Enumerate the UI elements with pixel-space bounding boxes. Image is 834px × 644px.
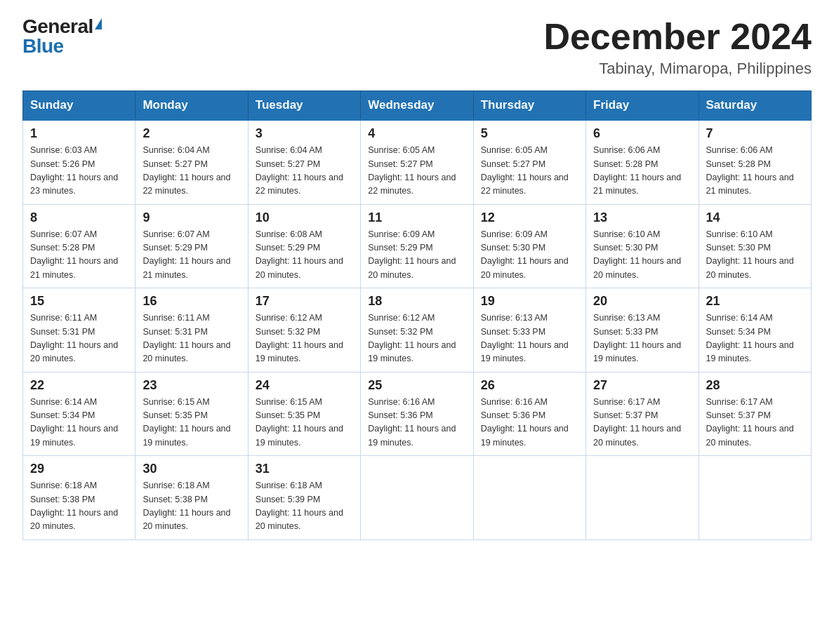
logo-blue: Blue	[22, 35, 64, 57]
calendar-cell: 12Sunrise: 6:09 AMSunset: 5:30 PMDayligh…	[473, 204, 585, 288]
day-number: 12	[481, 210, 578, 225]
calendar-cell: 16Sunrise: 6:11 AMSunset: 5:31 PMDayligh…	[135, 288, 248, 373]
day-info: Sunrise: 6:15 AMSunset: 5:35 PMDaylight:…	[256, 396, 353, 450]
calendar-cell: 28Sunrise: 6:17 AMSunset: 5:37 PMDayligh…	[699, 372, 811, 456]
calendar-cell	[473, 456, 585, 540]
day-number: 9	[143, 210, 240, 225]
header-cell-wednesday: Wednesday	[361, 91, 473, 121]
day-number: 6	[593, 126, 691, 141]
day-number: 7	[706, 126, 804, 141]
day-info: Sunrise: 6:04 AMSunset: 5:27 PMDaylight:…	[256, 144, 353, 199]
calendar-cell: 4Sunrise: 6:05 AMSunset: 5:27 PMDaylight…	[361, 120, 473, 204]
day-number: 11	[368, 210, 465, 225]
day-number: 8	[30, 210, 128, 225]
day-number: 31	[256, 462, 353, 476]
calendar-cell: 14Sunrise: 6:10 AMSunset: 5:30 PMDayligh…	[699, 204, 811, 288]
header-cell-tuesday: Tuesday	[248, 91, 360, 121]
calendar-cell	[699, 456, 811, 540]
day-info: Sunrise: 6:03 AMSunset: 5:26 PMDaylight:…	[30, 144, 128, 199]
day-number: 26	[481, 378, 578, 393]
day-info: Sunrise: 6:18 AMSunset: 5:38 PMDaylight:…	[30, 479, 128, 534]
calendar-cell: 30Sunrise: 6:18 AMSunset: 5:38 PMDayligh…	[135, 456, 248, 540]
header-cell-friday: Friday	[586, 91, 699, 121]
day-number: 24	[256, 378, 353, 393]
day-info: Sunrise: 6:05 AMSunset: 5:27 PMDaylight:…	[368, 144, 465, 199]
day-info: Sunrise: 6:07 AMSunset: 5:28 PMDaylight:…	[30, 228, 128, 283]
day-info: Sunrise: 6:13 AMSunset: 5:33 PMDaylight:…	[481, 311, 578, 366]
header-cell-thursday: Thursday	[473, 91, 585, 121]
calendar-cell: 24Sunrise: 6:15 AMSunset: 5:35 PMDayligh…	[248, 372, 360, 456]
day-info: Sunrise: 6:16 AMSunset: 5:36 PMDaylight:…	[481, 396, 578, 450]
day-info: Sunrise: 6:14 AMSunset: 5:34 PMDaylight:…	[30, 396, 128, 450]
day-number: 5	[481, 126, 578, 141]
calendar-cell: 6Sunrise: 6:06 AMSunset: 5:28 PMDaylight…	[586, 120, 699, 204]
day-info: Sunrise: 6:10 AMSunset: 5:30 PMDaylight:…	[706, 228, 804, 283]
day-number: 27	[593, 378, 691, 393]
logo-general: General	[22, 17, 93, 36]
day-number: 1	[30, 126, 128, 141]
day-info: Sunrise: 6:13 AMSunset: 5:33 PMDaylight:…	[593, 311, 691, 366]
calendar-cell: 29Sunrise: 6:18 AMSunset: 5:38 PMDayligh…	[23, 456, 135, 540]
calendar-header: SundayMondayTuesdayWednesdayThursdayFrid…	[23, 91, 812, 121]
day-info: Sunrise: 6:15 AMSunset: 5:35 PMDaylight:…	[143, 396, 240, 450]
day-info: Sunrise: 6:06 AMSunset: 5:28 PMDaylight:…	[706, 144, 804, 199]
calendar-cell: 26Sunrise: 6:16 AMSunset: 5:36 PMDayligh…	[473, 372, 585, 456]
calendar-cell: 31Sunrise: 6:18 AMSunset: 5:39 PMDayligh…	[248, 456, 360, 540]
calendar-row-4: 22Sunrise: 6:14 AMSunset: 5:34 PMDayligh…	[23, 372, 812, 456]
calendar-row-5: 29Sunrise: 6:18 AMSunset: 5:38 PMDayligh…	[23, 456, 812, 540]
calendar-cell: 15Sunrise: 6:11 AMSunset: 5:31 PMDayligh…	[23, 288, 135, 373]
calendar-cell: 22Sunrise: 6:14 AMSunset: 5:34 PMDayligh…	[23, 372, 135, 456]
day-number: 13	[593, 210, 691, 225]
day-info: Sunrise: 6:12 AMSunset: 5:32 PMDaylight:…	[368, 311, 465, 366]
calendar-cell: 10Sunrise: 6:08 AMSunset: 5:29 PMDayligh…	[248, 204, 360, 288]
day-info: Sunrise: 6:08 AMSunset: 5:29 PMDaylight:…	[256, 228, 353, 283]
day-info: Sunrise: 6:18 AMSunset: 5:38 PMDaylight:…	[143, 479, 240, 534]
calendar-cell: 7Sunrise: 6:06 AMSunset: 5:28 PMDaylight…	[699, 120, 811, 204]
day-number: 29	[30, 462, 128, 476]
day-number: 20	[593, 294, 691, 309]
day-info: Sunrise: 6:11 AMSunset: 5:31 PMDaylight:…	[30, 311, 128, 366]
day-number: 21	[706, 294, 804, 309]
calendar-cell: 5Sunrise: 6:05 AMSunset: 5:27 PMDaylight…	[473, 120, 585, 204]
day-number: 17	[256, 294, 353, 309]
page-header: General Blue December 2024 Tabinay, Mima…	[22, 17, 812, 78]
calendar-cell: 17Sunrise: 6:12 AMSunset: 5:32 PMDayligh…	[248, 288, 360, 373]
location-subtitle: Tabinay, Mimaropa, Philippines	[543, 60, 812, 78]
calendar-cell: 13Sunrise: 6:10 AMSunset: 5:30 PMDayligh…	[586, 204, 699, 288]
calendar-body: 1Sunrise: 6:03 AMSunset: 5:26 PMDaylight…	[23, 120, 812, 539]
calendar-cell: 1Sunrise: 6:03 AMSunset: 5:26 PMDaylight…	[23, 120, 135, 204]
day-number: 2	[143, 126, 240, 141]
month-title: December 2024	[543, 17, 812, 57]
day-info: Sunrise: 6:04 AMSunset: 5:27 PMDaylight:…	[143, 144, 240, 199]
day-info: Sunrise: 6:05 AMSunset: 5:27 PMDaylight:…	[481, 144, 578, 199]
calendar-cell: 27Sunrise: 6:17 AMSunset: 5:37 PMDayligh…	[586, 372, 699, 456]
header-cell-saturday: Saturday	[699, 91, 811, 121]
day-info: Sunrise: 6:16 AMSunset: 5:36 PMDaylight:…	[368, 396, 465, 450]
day-info: Sunrise: 6:09 AMSunset: 5:29 PMDaylight:…	[368, 228, 465, 283]
calendar-cell: 2Sunrise: 6:04 AMSunset: 5:27 PMDaylight…	[135, 120, 248, 204]
logo-triangle-icon	[95, 18, 102, 29]
day-number: 25	[368, 378, 465, 393]
day-number: 14	[706, 210, 804, 225]
title-block: December 2024 Tabinay, Mimaropa, Philipp…	[543, 17, 812, 78]
calendar-cell: 19Sunrise: 6:13 AMSunset: 5:33 PMDayligh…	[473, 288, 585, 373]
day-number: 22	[30, 378, 128, 393]
day-info: Sunrise: 6:10 AMSunset: 5:30 PMDaylight:…	[593, 228, 691, 283]
calendar-cell: 9Sunrise: 6:07 AMSunset: 5:29 PMDaylight…	[135, 204, 248, 288]
logo: General Blue	[22, 17, 102, 56]
day-info: Sunrise: 6:06 AMSunset: 5:28 PMDaylight:…	[593, 144, 691, 199]
day-number: 28	[706, 378, 804, 393]
day-info: Sunrise: 6:18 AMSunset: 5:39 PMDaylight:…	[256, 479, 353, 534]
day-number: 10	[256, 210, 353, 225]
header-row: SundayMondayTuesdayWednesdayThursdayFrid…	[23, 91, 812, 121]
calendar-cell: 25Sunrise: 6:16 AMSunset: 5:36 PMDayligh…	[361, 372, 473, 456]
calendar-cell: 11Sunrise: 6:09 AMSunset: 5:29 PMDayligh…	[361, 204, 473, 288]
day-info: Sunrise: 6:14 AMSunset: 5:34 PMDaylight:…	[706, 311, 804, 366]
calendar-cell: 21Sunrise: 6:14 AMSunset: 5:34 PMDayligh…	[699, 288, 811, 373]
day-info: Sunrise: 6:11 AMSunset: 5:31 PMDaylight:…	[143, 311, 240, 366]
day-number: 4	[368, 126, 465, 141]
day-number: 30	[143, 462, 240, 476]
calendar-row-2: 8Sunrise: 6:07 AMSunset: 5:28 PMDaylight…	[23, 204, 812, 288]
calendar-cell: 18Sunrise: 6:12 AMSunset: 5:32 PMDayligh…	[361, 288, 473, 373]
calendar-cell: 8Sunrise: 6:07 AMSunset: 5:28 PMDaylight…	[23, 204, 135, 288]
